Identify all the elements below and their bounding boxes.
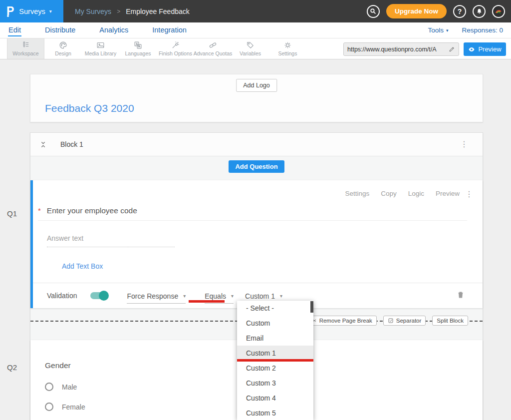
wand-icon <box>171 41 180 49</box>
toolbar-item-advance-quotas[interactable]: Advance Quotas <box>194 38 232 59</box>
question-text[interactable]: Enter your employee code <box>47 206 137 215</box>
red-annotation-underline <box>237 359 313 362</box>
remove-page-break-button[interactable]: Remove Page Break <box>306 316 377 326</box>
breadcrumb: My Surveys > Employee Feedback <box>75 7 190 15</box>
question-number-q2: Q2 <box>7 363 17 372</box>
radio-option-male[interactable]: Male <box>45 383 77 391</box>
validation-toggle[interactable] <box>90 292 108 299</box>
menu-scrollbar[interactable] <box>310 301 313 313</box>
section-tab-bar: Edit Distribute Analytics Integration To… <box>0 22 511 38</box>
question-copy-link[interactable]: Copy <box>381 190 397 197</box>
answer-text-input[interactable]: Answer text <box>47 234 175 247</box>
block-header: Block 1 ⋮ <box>30 133 483 156</box>
breadcrumb-current-survey: Employee Feedback <box>126 7 190 15</box>
chevron-down-icon: ▾ <box>49 8 52 14</box>
delete-validation-button[interactable] <box>457 290 465 301</box>
tab-distribute[interactable]: Distribute <box>44 24 76 36</box>
question-number-q1: Q1 <box>7 209 17 218</box>
force-response-dropdown[interactable]: Force Response ▾ <box>127 292 186 304</box>
gear-icon <box>283 41 292 49</box>
question-actions: Settings Copy Logic Preview ⋮ <box>345 190 460 197</box>
separator-button[interactable]: Separator <box>383 316 426 326</box>
menu-option-email[interactable]: Email <box>237 331 313 346</box>
menu-option-custom-3[interactable]: Custom 3 <box>237 376 313 391</box>
tab-analytics[interactable]: Analytics <box>99 24 129 36</box>
toolbar-item-workspace[interactable]: Workspace <box>7 38 44 59</box>
breadcrumb-my-surveys[interactable]: My Surveys <box>75 7 111 15</box>
tag-icon <box>246 41 255 49</box>
trash-icon <box>457 290 465 299</box>
page-break-buttons: Remove Page Break Separator Split Block <box>306 316 468 326</box>
topbar-actions: Upgrade Now ? <box>367 4 511 18</box>
question-text[interactable]: Gender <box>45 361 71 370</box>
search-button[interactable] <box>367 5 380 18</box>
survey-title[interactable]: Feedback Q3 2020 <box>45 102 134 114</box>
chevron-down-icon: ▾ <box>231 293 234 299</box>
toolbar-item-finish-options[interactable]: Finish Options <box>157 38 194 59</box>
chevron-down-icon: ▾ <box>280 293 282 299</box>
radio-option-female[interactable]: Female <box>45 403 85 411</box>
block-menu-dots-icon[interactable]: ⋮ <box>460 140 474 148</box>
top-bar: P Surveys ▾ My Surveys > Employee Feedba… <box>0 0 511 22</box>
editor-toolbar: Workspace Design Media Library Languages… <box>0 38 511 59</box>
toolbar-item-languages[interactable]: Languages <box>119 38 157 59</box>
survey-url-field[interactable]: https://www.questionpro.com/t/A <box>343 42 459 56</box>
workspace-icon <box>21 41 30 49</box>
validation-value-menu: - Select - Custom Email Custom 1 Custom … <box>237 301 313 420</box>
surveys-app-menu[interactable]: P Surveys ▾ <box>0 0 63 22</box>
tabbar-right: Tools ▾ Responses: 0 <box>428 26 503 34</box>
responses-count[interactable]: Responses: 0 <box>462 26 503 34</box>
collapse-block-icon[interactable] <box>39 141 47 148</box>
question-mark-icon: ? <box>458 7 462 15</box>
block-title[interactable]: Block 1 <box>60 140 83 148</box>
search-icon <box>370 8 376 14</box>
menu-option-select[interactable]: - Select - <box>237 301 313 316</box>
chain-icon <box>209 41 217 49</box>
menu-option-custom-5[interactable]: Custom 5 <box>237 406 313 420</box>
bell-icon <box>476 8 483 14</box>
toolbar-item-settings[interactable]: Settings <box>269 38 306 59</box>
menu-option-custom-1[interactable]: Custom 1 <box>237 346 313 361</box>
preview-button[interactable]: Preview <box>464 42 506 56</box>
add-question-button[interactable]: Add Question <box>229 160 284 173</box>
toolbar-item-design[interactable]: Design <box>44 38 82 59</box>
menu-option-custom-4[interactable]: Custom 4 <box>237 391 313 406</box>
add-question-row: Add Question <box>30 156 483 180</box>
tab-integration[interactable]: Integration <box>152 24 187 36</box>
notifications-button[interactable] <box>473 5 486 18</box>
questionpro-logo-icon: P <box>6 4 14 18</box>
question-preview-link[interactable]: Preview <box>436 190 460 197</box>
survey-header-card: Add Logo Feedback Q3 2020 <box>30 74 483 122</box>
add-text-box-link[interactable]: Add Text Box <box>62 262 103 270</box>
eye-icon <box>468 46 475 53</box>
question-title-row: * Enter your employee code <box>38 206 467 221</box>
radio-icon <box>45 383 53 391</box>
tools-dropdown[interactable]: Tools ▾ <box>428 26 448 34</box>
image-icon <box>96 41 105 49</box>
survey-url-value: https://www.questionpro.com/t/A <box>347 46 447 53</box>
help-button[interactable]: ? <box>453 5 466 18</box>
split-block-button[interactable]: Split Block <box>432 316 468 326</box>
toolbar-item-variables[interactable]: Variables <box>232 38 269 59</box>
add-logo-button[interactable]: Add Logo <box>236 79 277 92</box>
tools-label: Tools <box>428 26 444 34</box>
app-menu-label: Surveys <box>19 7 45 15</box>
menu-option-custom[interactable]: Custom <box>237 316 313 331</box>
red-annotation-underline <box>189 300 225 303</box>
toolbar-item-media-library[interactable]: Media Library <box>82 38 119 59</box>
checkbox-checked-icon <box>388 318 394 324</box>
menu-option-custom-2[interactable]: Custom 2 <box>237 361 313 376</box>
palette-icon <box>59 41 67 49</box>
translate-icon <box>134 41 142 49</box>
edit-pencil-icon[interactable] <box>449 46 455 52</box>
question-logic-link[interactable]: Logic <box>408 190 424 197</box>
chevron-down-icon: ▾ <box>446 28 449 33</box>
upgrade-now-button[interactable]: Upgrade Now <box>386 4 447 18</box>
tab-edit[interactable]: Edit <box>8 24 21 36</box>
question-card-q1: Settings Copy Logic Preview ⋮ * Enter yo… <box>30 180 483 308</box>
question-menu-dots-icon[interactable]: ⋮ <box>465 190 473 198</box>
avatar-logo-icon <box>494 7 503 16</box>
question-settings-link[interactable]: Settings <box>345 190 369 197</box>
toggle-knob <box>99 291 109 301</box>
avatar[interactable] <box>492 5 505 18</box>
